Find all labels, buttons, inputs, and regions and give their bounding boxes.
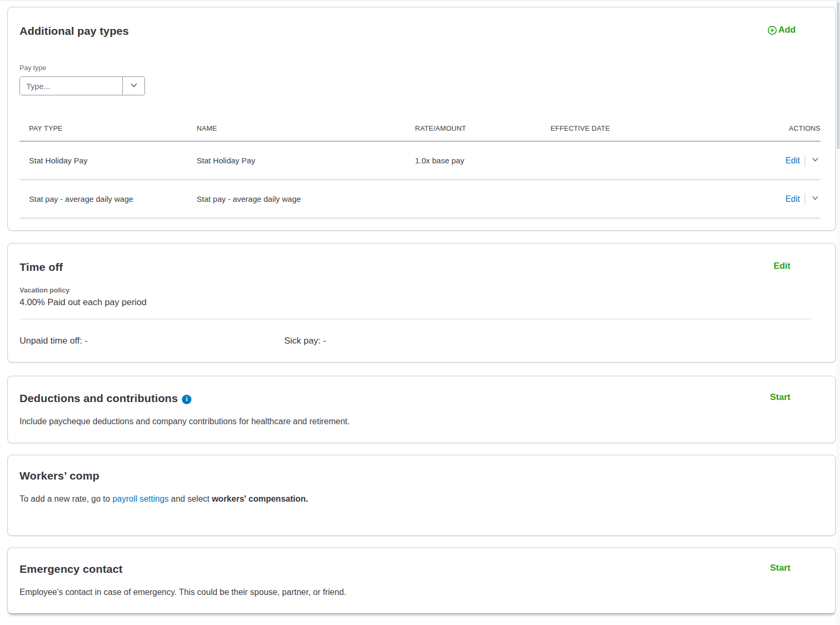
- time-off-title: Time off: [20, 261, 63, 274]
- pay-types-table: PAY TYPE NAME RATE/AMOUNT EFFECTIVE DATE…: [20, 95, 820, 219]
- add-pay-type-button[interactable]: Add: [767, 25, 796, 35]
- header-pay-type: PAY TYPE: [29, 95, 197, 141]
- pay-types-table-header: PAY TYPE NAME RATE/AMOUNT EFFECTIVE DATE…: [20, 95, 820, 142]
- workers-comp-description: To add a new rate, go to payroll setting…: [20, 493, 790, 504]
- scrollbar[interactable]: [836, 1, 840, 625]
- scrollbar-thumb[interactable]: [837, 2, 839, 149]
- chevron-down-icon: [129, 81, 139, 92]
- sick-pay-value: Sick pay: -: [284, 336, 790, 346]
- additional-pay-types-title: Additional pay types: [20, 25, 129, 37]
- workers-comp-card: Workers’ comp To add a new rate, go to p…: [7, 455, 836, 536]
- edit-pay-type-link[interactable]: Edit: [785, 156, 800, 165]
- additional-pay-types-card: Additional pay types Add Pay type PAY TY…: [7, 7, 836, 231]
- pay-type-input[interactable]: [20, 77, 122, 95]
- chevron-down-icon: [811, 194, 819, 204]
- table-row: Stat Holiday Pay Stat Holiday Pay 1.0x b…: [20, 142, 820, 180]
- workers-compensation-bold-text: workers' compensation.: [212, 494, 308, 503]
- cell-name: Stat Holiday Pay: [197, 156, 415, 165]
- divider: [805, 193, 805, 205]
- workers-comp-text-after: and select: [169, 494, 212, 503]
- add-button-label: Add: [778, 25, 796, 35]
- plus-circle-icon: [767, 25, 777, 35]
- pay-type-field-label: Pay type: [20, 64, 820, 72]
- deductions-contributions-title: Deductions and contributionsi: [20, 392, 191, 405]
- pay-type-combobox: [20, 76, 145, 95]
- time-off-card: Time off Edit Vacation policy 4.00% Paid…: [7, 243, 836, 363]
- header-effective-date: EFFECTIVE DATE: [551, 95, 723, 141]
- info-icon[interactable]: i: [182, 395, 191, 404]
- divider: [20, 319, 812, 319]
- header-name: NAME: [197, 95, 415, 141]
- cell-pay-type: Stat pay - average daily wage: [29, 194, 197, 203]
- vacation-policy-label: Vacation policy: [20, 286, 790, 295]
- chevron-down-icon: [811, 155, 819, 165]
- start-emergency-contact-button[interactable]: Start: [770, 563, 790, 573]
- edit-time-off-button[interactable]: Edit: [774, 261, 790, 271]
- pay-type-dropdown-button[interactable]: [122, 77, 144, 95]
- unpaid-time-off-value: Unpaid time off: -: [20, 336, 284, 346]
- workers-comp-text-before: To add a new rate, go to: [20, 494, 112, 503]
- emergency-contact-card: Emergency contact Start Employee's conta…: [7, 548, 836, 614]
- edit-pay-type-link[interactable]: Edit: [785, 194, 800, 204]
- cell-rate-amount: 1.0x base pay: [415, 156, 551, 165]
- header-rate-amount: RATE/AMOUNT: [415, 95, 551, 141]
- cell-pay-type: Stat Holiday Pay: [29, 156, 197, 165]
- emergency-contact-title: Emergency contact: [20, 563, 122, 575]
- deductions-title-text: Deductions and contributions: [20, 392, 178, 404]
- start-deductions-button[interactable]: Start: [770, 392, 790, 403]
- vacation-policy-value: 4.00% Paid out each pay period: [20, 297, 790, 308]
- workers-comp-title: Workers’ comp: [20, 470, 99, 482]
- deductions-contributions-card: Deductions and contributionsi Start Incl…: [7, 376, 836, 443]
- header-actions: ACTIONS: [723, 95, 820, 141]
- payroll-settings-link[interactable]: payroll settings: [112, 494, 169, 503]
- cell-name: Stat pay - average daily wage: [197, 194, 415, 203]
- divider: [805, 155, 805, 167]
- deductions-description: Include paycheque deductions and company…: [20, 416, 790, 427]
- row-menu-button[interactable]: [810, 154, 820, 167]
- row-menu-button[interactable]: [810, 193, 820, 205]
- emergency-contact-description: Employee's contact in case of emergency.…: [20, 587, 790, 598]
- table-row: Stat pay - average daily wage Stat pay -…: [20, 180, 820, 219]
